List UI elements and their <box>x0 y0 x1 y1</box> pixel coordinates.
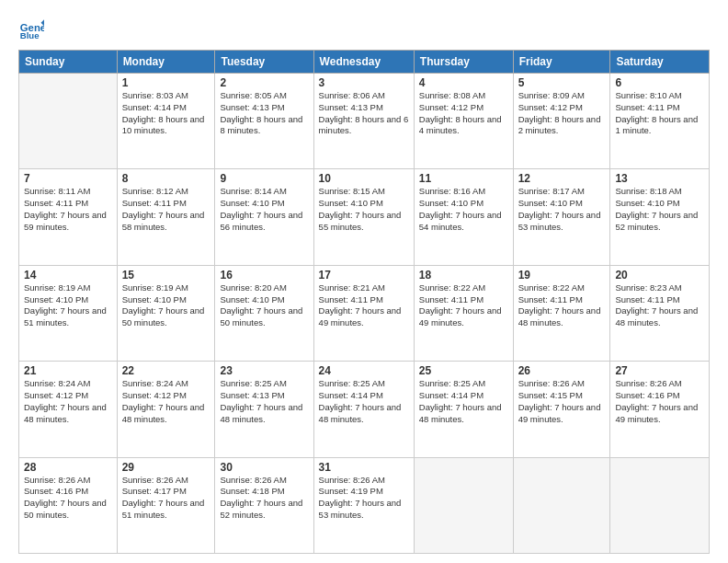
svg-text:Blue: Blue <box>20 30 40 40</box>
day-number: 16 <box>220 269 308 282</box>
cell-content: Sunrise: 8:19 AM Sunset: 4:10 PM Dayligh… <box>24 282 112 329</box>
cell-content: Sunrise: 8:06 AM Sunset: 4:13 PM Dayligh… <box>319 90 409 137</box>
calendar-cell: 9Sunrise: 8:14 AM Sunset: 4:10 PM Daylig… <box>215 169 313 265</box>
calendar-cell: 3Sunrise: 8:06 AM Sunset: 4:13 PM Daylig… <box>313 74 414 169</box>
day-number: 15 <box>122 269 210 282</box>
cell-content: Sunrise: 8:26 AM Sunset: 4:16 PM Dayligh… <box>24 475 112 522</box>
calendar-cell: 8Sunrise: 8:12 AM Sunset: 4:11 PM Daylig… <box>117 169 215 265</box>
calendar-cell: 27Sunrise: 8:26 AM Sunset: 4:16 PM Dayli… <box>610 362 710 457</box>
calendar-cell <box>610 457 710 553</box>
day-number: 17 <box>319 269 409 282</box>
cell-content: Sunrise: 8:11 AM Sunset: 4:11 PM Dayligh… <box>24 186 112 233</box>
day-number: 4 <box>419 76 508 89</box>
calendar-cell: 5Sunrise: 8:09 AM Sunset: 4:12 PM Daylig… <box>513 74 610 169</box>
calendar-cell: 13Sunrise: 8:18 AM Sunset: 4:10 PM Dayli… <box>610 169 710 265</box>
calendar-cell: 10Sunrise: 8:15 AM Sunset: 4:10 PM Dayli… <box>313 169 414 265</box>
day-number: 31 <box>319 461 409 474</box>
day-number: 2 <box>220 76 308 89</box>
day-number: 25 <box>419 364 508 377</box>
week-row-3: 21Sunrise: 8:24 AM Sunset: 4:12 PM Dayli… <box>19 362 710 457</box>
cell-content: Sunrise: 8:03 AM Sunset: 4:14 PM Dayligh… <box>122 90 210 137</box>
calendar-cell <box>513 457 610 553</box>
header: General Blue <box>18 15 710 40</box>
cell-content: Sunrise: 8:16 AM Sunset: 4:10 PM Dayligh… <box>419 186 508 233</box>
day-number: 8 <box>122 172 210 185</box>
day-number: 5 <box>518 76 606 89</box>
cell-content: Sunrise: 8:25 AM Sunset: 4:14 PM Dayligh… <box>419 378 508 425</box>
calendar-cell: 15Sunrise: 8:19 AM Sunset: 4:10 PM Dayli… <box>117 265 215 361</box>
cell-content: Sunrise: 8:22 AM Sunset: 4:11 PM Dayligh… <box>518 282 606 329</box>
calendar-cell: 1Sunrise: 8:03 AM Sunset: 4:14 PM Daylig… <box>117 74 215 169</box>
cell-content: Sunrise: 8:24 AM Sunset: 4:12 PM Dayligh… <box>24 378 112 425</box>
week-row-0: 1Sunrise: 8:03 AM Sunset: 4:14 PM Daylig… <box>19 74 710 169</box>
day-number: 18 <box>419 269 508 282</box>
day-number: 13 <box>615 172 704 185</box>
cell-content: Sunrise: 8:25 AM Sunset: 4:13 PM Dayligh… <box>220 378 308 425</box>
cell-content: Sunrise: 8:05 AM Sunset: 4:13 PM Dayligh… <box>220 90 308 137</box>
weekday-monday: Monday <box>117 51 215 74</box>
weekday-saturday: Saturday <box>610 51 710 74</box>
calendar-cell: 25Sunrise: 8:25 AM Sunset: 4:14 PM Dayli… <box>414 362 513 457</box>
day-number: 11 <box>419 172 508 185</box>
calendar-cell: 29Sunrise: 8:26 AM Sunset: 4:17 PM Dayli… <box>117 457 215 553</box>
day-number: 27 <box>615 364 704 377</box>
calendar-cell: 26Sunrise: 8:26 AM Sunset: 4:15 PM Dayli… <box>513 362 610 457</box>
calendar-cell <box>414 457 513 553</box>
cell-content: Sunrise: 8:18 AM Sunset: 4:10 PM Dayligh… <box>615 186 704 233</box>
calendar-cell: 24Sunrise: 8:25 AM Sunset: 4:14 PM Dayli… <box>313 362 414 457</box>
page: General Blue SundayMondayTuesdayWednesda… <box>0 0 728 563</box>
weekday-thursday: Thursday <box>414 51 513 74</box>
calendar-cell: 18Sunrise: 8:22 AM Sunset: 4:11 PM Dayli… <box>414 265 513 361</box>
calendar-cell: 30Sunrise: 8:26 AM Sunset: 4:18 PM Dayli… <box>215 457 313 553</box>
calendar-cell: 16Sunrise: 8:20 AM Sunset: 4:10 PM Dayli… <box>215 265 313 361</box>
cell-content: Sunrise: 8:22 AM Sunset: 4:11 PM Dayligh… <box>419 282 508 329</box>
day-number: 9 <box>220 172 308 185</box>
cell-content: Sunrise: 8:26 AM Sunset: 4:15 PM Dayligh… <box>518 378 606 425</box>
calendar-cell: 22Sunrise: 8:24 AM Sunset: 4:12 PM Dayli… <box>117 362 215 457</box>
calendar-cell: 14Sunrise: 8:19 AM Sunset: 4:10 PM Dayli… <box>19 265 118 361</box>
calendar-cell: 17Sunrise: 8:21 AM Sunset: 4:11 PM Dayli… <box>313 265 414 361</box>
cell-content: Sunrise: 8:26 AM Sunset: 4:19 PM Dayligh… <box>319 475 409 522</box>
day-number: 12 <box>518 172 606 185</box>
weekday-sunday: Sunday <box>19 51 118 74</box>
day-number: 21 <box>24 364 112 377</box>
week-row-1: 7Sunrise: 8:11 AM Sunset: 4:11 PM Daylig… <box>19 169 710 265</box>
cell-content: Sunrise: 8:08 AM Sunset: 4:12 PM Dayligh… <box>419 90 508 137</box>
cell-content: Sunrise: 8:24 AM Sunset: 4:12 PM Dayligh… <box>122 378 210 425</box>
calendar-cell: 28Sunrise: 8:26 AM Sunset: 4:16 PM Dayli… <box>19 457 118 553</box>
cell-content: Sunrise: 8:26 AM Sunset: 4:18 PM Dayligh… <box>220 475 308 522</box>
calendar-cell: 19Sunrise: 8:22 AM Sunset: 4:11 PM Dayli… <box>513 265 610 361</box>
weekday-friday: Friday <box>513 51 610 74</box>
cell-content: Sunrise: 8:19 AM Sunset: 4:10 PM Dayligh… <box>122 282 210 329</box>
calendar-cell: 2Sunrise: 8:05 AM Sunset: 4:13 PM Daylig… <box>215 74 313 169</box>
weekday-wednesday: Wednesday <box>313 51 414 74</box>
cell-content: Sunrise: 8:10 AM Sunset: 4:11 PM Dayligh… <box>615 90 704 137</box>
cell-content: Sunrise: 8:17 AM Sunset: 4:10 PM Dayligh… <box>518 186 606 233</box>
calendar-cell: 12Sunrise: 8:17 AM Sunset: 4:10 PM Dayli… <box>513 169 610 265</box>
day-number: 20 <box>615 269 704 282</box>
week-row-4: 28Sunrise: 8:26 AM Sunset: 4:16 PM Dayli… <box>19 457 710 553</box>
day-number: 24 <box>319 364 409 377</box>
day-number: 30 <box>220 461 308 474</box>
cell-content: Sunrise: 8:26 AM Sunset: 4:17 PM Dayligh… <box>122 475 210 522</box>
cell-content: Sunrise: 8:12 AM Sunset: 4:11 PM Dayligh… <box>122 186 210 233</box>
cell-content: Sunrise: 8:14 AM Sunset: 4:10 PM Dayligh… <box>220 186 308 233</box>
weekday-header-row: SundayMondayTuesdayWednesdayThursdayFrid… <box>19 51 710 74</box>
day-number: 26 <box>518 364 606 377</box>
week-row-2: 14Sunrise: 8:19 AM Sunset: 4:10 PM Dayli… <box>19 265 710 361</box>
day-number: 1 <box>122 76 210 89</box>
cell-content: Sunrise: 8:09 AM Sunset: 4:12 PM Dayligh… <box>518 90 606 137</box>
calendar-cell <box>19 74 118 169</box>
calendar-cell: 4Sunrise: 8:08 AM Sunset: 4:12 PM Daylig… <box>414 74 513 169</box>
cell-content: Sunrise: 8:20 AM Sunset: 4:10 PM Dayligh… <box>220 282 308 329</box>
calendar-cell: 6Sunrise: 8:10 AM Sunset: 4:11 PM Daylig… <box>610 74 710 169</box>
cell-content: Sunrise: 8:15 AM Sunset: 4:10 PM Dayligh… <box>319 186 409 233</box>
calendar-cell: 11Sunrise: 8:16 AM Sunset: 4:10 PM Dayli… <box>414 169 513 265</box>
weekday-tuesday: Tuesday <box>215 51 313 74</box>
calendar-cell: 23Sunrise: 8:25 AM Sunset: 4:13 PM Dayli… <box>215 362 313 457</box>
day-number: 3 <box>319 76 409 89</box>
calendar-cell: 31Sunrise: 8:26 AM Sunset: 4:19 PM Dayli… <box>313 457 414 553</box>
cell-content: Sunrise: 8:25 AM Sunset: 4:14 PM Dayligh… <box>319 378 409 425</box>
day-number: 22 <box>122 364 210 377</box>
cell-content: Sunrise: 8:23 AM Sunset: 4:11 PM Dayligh… <box>615 282 704 329</box>
